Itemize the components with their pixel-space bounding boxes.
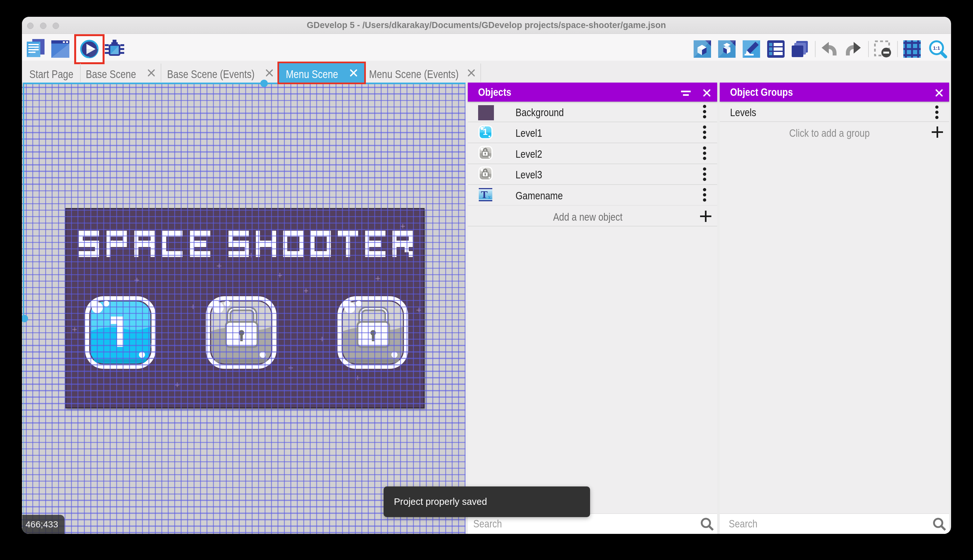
svg-text:1:1: 1:1 [933, 45, 940, 51]
svg-text:T: T [481, 189, 488, 200]
svg-text:1: 1 [483, 127, 488, 137]
svg-text:x: x [488, 193, 491, 200]
